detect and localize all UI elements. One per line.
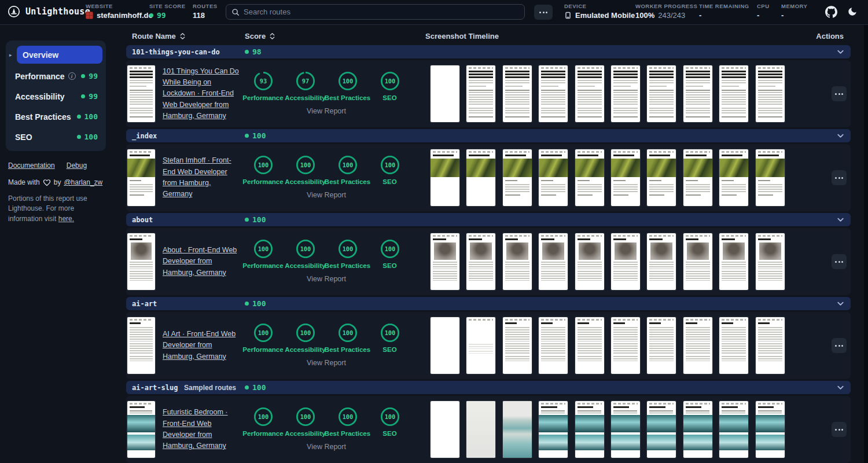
timeline-screenshot[interactable] [503,317,532,374]
sidebar-item-performance[interactable]: Performancei99 [9,66,102,86]
timeline-screenshot[interactable] [683,149,712,206]
timeline-screenshot[interactable] [503,149,532,206]
group-band-ai-art[interactable]: ai-art100 [126,297,851,310]
timeline-screenshot[interactable] [503,401,532,458]
timeline-screenshot[interactable] [611,149,640,206]
timeline-screenshot[interactable] [683,233,712,290]
timeline-screenshot[interactable] [575,65,604,122]
route-title-link[interactable]: Futuristic Bedroom · Front-End Web Devel… [163,407,242,452]
timeline-screenshot[interactable] [539,233,568,290]
metric-best-practices: 100Best Practices [326,323,369,353]
timeline-screenshot[interactable] [466,317,495,374]
timeline-screenshot[interactable] [647,401,676,458]
sidebar-item-accessibility[interactable]: Accessibility99 [9,86,102,106]
app-logo[interactable]: Unlighthouse [8,5,90,18]
timeline-screenshot[interactable] [431,233,459,290]
timeline-screenshot[interactable] [719,149,748,206]
timeline-screenshot[interactable] [683,401,712,458]
sidebar-item-label: Best Practices [15,112,71,122]
metric-label: SEO [382,94,396,101]
timeline-screenshot[interactable] [503,233,532,290]
timeline-screenshot[interactable] [756,317,785,374]
worker-progress-label: WORKER PROGRESS [635,3,697,9]
chevron-down-icon[interactable] [836,215,845,226]
timeline-screenshot[interactable] [756,65,785,122]
timeline-screenshot[interactable] [719,233,748,290]
view-report-link[interactable]: View Report [242,275,411,283]
sort-route-icon[interactable] [179,32,186,40]
group-band-about[interactable]: about100 [126,213,851,226]
chevron-down-icon[interactable] [836,299,845,310]
timeline-screenshot[interactable] [683,65,712,122]
timeline-screenshot[interactable] [466,149,495,206]
timeline-screenshot[interactable] [539,65,568,122]
sidebar-item-best-practices[interactable]: Best Practices100 [9,106,102,127]
chevron-down-icon[interactable] [836,47,845,58]
view-report-link[interactable]: View Report [242,107,411,115]
timeline-screenshot[interactable] [503,65,532,122]
timeline-screenshot[interactable] [575,401,604,458]
timeline-screenshot[interactable] [611,317,640,374]
author-link[interactable]: @harlan_zw [64,178,102,186]
timeline-screenshot[interactable] [466,401,495,458]
group-route-name: ai-art [132,300,157,308]
timeline-screenshot[interactable] [539,317,568,374]
timeline-screenshot[interactable] [756,401,785,458]
route-title-link[interactable]: 101 Things You Can Do While Being on Loc… [163,66,242,122]
sidebar-item-seo[interactable]: SEO100 [9,127,102,147]
group-band-101-things-you-can-do[interactable]: 101-things-you-can-do98 [126,45,851,58]
chevron-down-icon[interactable] [836,383,845,394]
timeline-screenshot[interactable] [647,233,676,290]
debug-link[interactable]: Debug [67,161,87,170]
view-report-link[interactable]: View Report [242,191,411,199]
timeline-screenshot[interactable] [756,233,785,290]
search-input[interactable] [244,8,519,16]
timeline-screenshot[interactable] [647,65,676,122]
timeline-screenshot[interactable] [466,65,495,122]
timeline-screenshot[interactable] [756,149,785,206]
row-actions-button[interactable] [832,254,847,269]
timeline-screenshot[interactable] [647,149,676,206]
timeline-screenshot[interactable] [647,317,676,374]
timeline-screenshot[interactable] [575,149,604,206]
view-report-link[interactable]: View Report [242,359,411,367]
metric-seo: 100SEO [369,155,411,185]
timeline-screenshot[interactable] [719,401,748,458]
timeline-screenshot[interactable] [719,317,748,374]
timeline-screenshot[interactable] [683,317,712,374]
scrollbar[interactable] [864,25,868,463]
timeline-screenshot[interactable] [611,65,640,122]
row-actions-button[interactable] [832,338,847,353]
timeline-screenshot[interactable] [539,149,568,206]
timeline-screenshot[interactable] [575,233,604,290]
timeline-screenshot[interactable] [611,401,640,458]
documentation-link[interactable]: Documentation [8,161,55,170]
timeline-screenshot[interactable] [719,65,748,122]
group-band-index[interactable]: _index100 [126,129,851,142]
timeline-screenshot[interactable] [575,317,604,374]
timeline-screenshot[interactable] [539,401,568,458]
row-actions-button[interactable] [832,170,847,185]
dark-mode-toggle[interactable] [847,6,858,19]
github-link[interactable] [825,6,837,20]
timeline-screenshot[interactable] [431,65,459,122]
timeline-screenshot[interactable] [431,149,459,206]
route-title-link[interactable]: AI Art · Front-End Web Developer from Ha… [163,329,242,362]
group-band-ai-art-slug[interactable]: ai-art-slugSampled routes100 [126,381,851,394]
svg-text:100: 100 [342,161,353,168]
route-title-link[interactable]: About · Front-End Web Developer from Ham… [163,245,242,278]
chevron-down-icon[interactable] [836,131,845,142]
sort-score-icon[interactable] [269,32,275,40]
timeline-screenshot[interactable] [431,317,459,374]
route-title-link[interactable]: Stefan Imhoff · Front-End Web Developer … [163,155,242,200]
notice-here-link[interactable]: here. [58,215,74,223]
row-actions-button[interactable] [832,422,847,437]
timeline-screenshot[interactable] [431,401,459,458]
sidebar-item-overview[interactable]: ▸Overview [17,46,102,64]
timeline-screenshot[interactable] [611,233,640,290]
header-more-button[interactable] [534,5,553,20]
row-actions-button[interactable] [832,86,847,101]
view-report-link[interactable]: View Report [242,443,411,451]
timeline-screenshot[interactable] [466,233,495,290]
info-icon[interactable]: i [68,72,76,80]
